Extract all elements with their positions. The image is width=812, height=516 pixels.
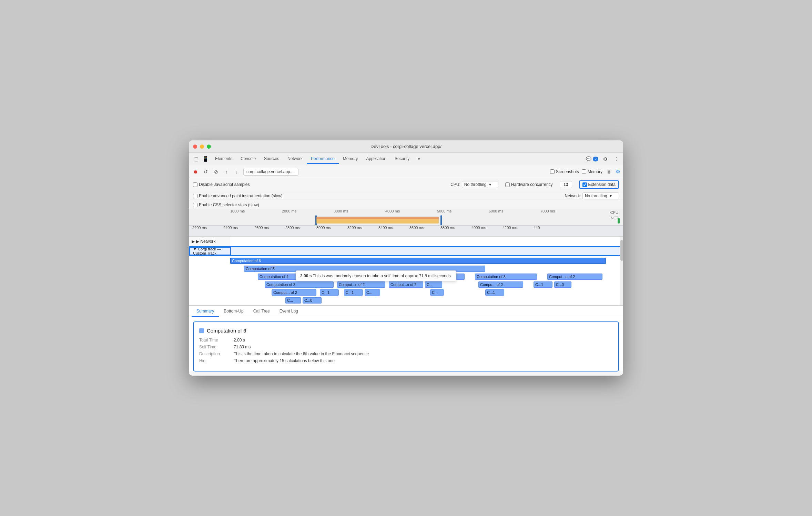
- comput-n-of-2-entry-b[interactable]: Comput...n of 2: [337, 281, 385, 288]
- bottom-tab-bottom-up[interactable]: Bottom-Up: [219, 306, 248, 317]
- cpu-label: CPU: [610, 210, 618, 215]
- bottom-tab-event-log[interactable]: Event Log: [275, 306, 303, 317]
- inspect-icon[interactable]: ⬚: [192, 155, 200, 163]
- hw-concurrency-input[interactable]: [560, 181, 572, 188]
- reload-button[interactable]: ↺: [202, 168, 210, 176]
- tab-security[interactable]: Security: [390, 154, 414, 164]
- summary-self-time-key: Self Time: [199, 345, 234, 349]
- tab-console[interactable]: Console: [236, 154, 260, 164]
- secondary-toolbar: ⏺ ↺ ⊘ ↑ ↓ corgi-collage.vercel.app... Sc…: [189, 165, 623, 178]
- bottom-panel: Summary Bottom-Up Call Tree Event Log Co…: [189, 305, 623, 371]
- tab-memory[interactable]: Memory: [339, 154, 362, 164]
- memory-checkbox[interactable]: [582, 169, 586, 174]
- c-entry-b[interactable]: C...: [365, 289, 380, 296]
- message-icon: 💬: [586, 156, 591, 161]
- network-track-label[interactable]: ▶ ▶ Network: [189, 237, 230, 246]
- clear-button[interactable]: ⊘: [212, 168, 220, 176]
- comput-of-2-entry-d[interactable]: Comput... of 2: [272, 289, 316, 296]
- c1-entry-c[interactable]: C...1: [344, 289, 363, 296]
- summary-entry-title: Computation of 6: [207, 328, 246, 334]
- compu-of-2-entry[interactable]: Compu... of 2: [478, 281, 523, 288]
- tab-sources[interactable]: Sources: [260, 154, 283, 164]
- cpu-throttle-select[interactable]: No throttling ▾: [462, 181, 498, 188]
- computation-of-6-entry[interactable]: Computation of 6: [230, 258, 606, 264]
- corgi-track-label[interactable]: ▼ Corgi track — Custom Track: [190, 247, 231, 255]
- flame-row-4: Computation of 3 Comput...n of 2 Comput.…: [189, 281, 623, 288]
- comput-n-of-2-entry-c[interactable]: Comput...n of 2: [389, 281, 423, 288]
- timeline-ruler-top[interactable]: 1000 ms 2000 ms 3000 ms 4000 ms 5000 ms …: [189, 209, 623, 226]
- summary-total-time-row: Total Time 2.00 s: [199, 338, 613, 343]
- enable-css-checkbox[interactable]: [193, 203, 197, 207]
- rl-3400: 3400 ms: [378, 226, 393, 230]
- tab-network[interactable]: Network: [283, 154, 307, 164]
- minimize-button[interactable]: [200, 145, 204, 149]
- tab-elements[interactable]: Elements: [211, 154, 236, 164]
- message-badge: 2: [593, 157, 598, 161]
- message-button[interactable]: 💬 2: [586, 156, 598, 161]
- tab-application[interactable]: Application: [362, 154, 390, 164]
- ruler-2000: 2000 ms: [282, 209, 296, 213]
- memory-checkbox-label[interactable]: Memory: [582, 169, 602, 174]
- comput-n-of-2-entry[interactable]: Comput...n of 2: [547, 274, 602, 280]
- tab-performance[interactable]: Performance: [307, 154, 339, 164]
- scrollbar-thumb[interactable]: [620, 240, 623, 261]
- cpu-network-icon[interactable]: 🖥: [605, 168, 613, 176]
- enable-paint-label[interactable]: Enable advanced paint instrumentation (s…: [193, 194, 283, 198]
- device-icon[interactable]: 📱: [201, 155, 210, 163]
- enable-paint-checkbox[interactable]: [193, 194, 197, 198]
- timeline-green-bar: [618, 218, 620, 224]
- tooltip-text: This is was randomly chosen to take a se…: [313, 274, 452, 278]
- more-icon[interactable]: ⋮: [612, 155, 620, 163]
- network-throttle-select[interactable]: No throttling ▾: [582, 192, 619, 199]
- track-scrollbar[interactable]: [620, 237, 623, 305]
- screenshots-checkbox-label[interactable]: Screenshots: [550, 169, 579, 174]
- c-entry-a[interactable]: C...: [425, 281, 442, 288]
- c-entry-d[interactable]: C...: [285, 297, 301, 304]
- rl-4200: 4200 ms: [503, 226, 517, 230]
- ruler-6000: 6000 ms: [489, 209, 503, 213]
- cpu-select-group: CPU: No throttling ▾: [450, 181, 498, 188]
- c1-entry-d[interactable]: C...1: [485, 289, 504, 296]
- flame-tooltip: 2.00 s This is was randomly chosen to ta…: [296, 270, 456, 281]
- titlebar: DevTools - corgi-collage.vercel.app/: [189, 140, 623, 153]
- rl-2400: 2400 ms: [223, 226, 238, 230]
- rl-2200: 2200 ms: [192, 226, 207, 230]
- c1-entry-b[interactable]: C...1: [320, 289, 339, 296]
- summary-total-time-key: Total Time: [199, 338, 234, 343]
- disable-js-checkbox-label[interactable]: Disable JavaScript samples: [193, 182, 250, 187]
- selection-handle-right[interactable]: [440, 215, 442, 226]
- computation-of-3-entry-b[interactable]: Computation of 3: [475, 274, 537, 280]
- rl-440: 440: [534, 226, 540, 230]
- summary-total-time-val: 2.00 s: [234, 338, 245, 343]
- screenshots-checkbox[interactable]: [550, 169, 555, 174]
- computation-of-3-entry-c[interactable]: Computation of 3: [265, 281, 334, 288]
- network-track-content[interactable]: [230, 237, 623, 246]
- hw-concurrency-label[interactable]: Hardware concurrency: [505, 182, 553, 187]
- download-button[interactable]: ↓: [233, 168, 241, 176]
- record-button[interactable]: ⏺: [192, 168, 199, 176]
- bottom-tab-call-tree[interactable]: Call Tree: [248, 306, 275, 317]
- settings-row-3: Enable CSS selector stats (slow): [189, 201, 623, 209]
- c1-entry-a[interactable]: C...1: [534, 281, 552, 288]
- extension-data-checkbox[interactable]: [582, 182, 587, 187]
- corgi-track-header-content[interactable]: [231, 246, 622, 256]
- main-tabs: Elements Console Sources Network Perform…: [211, 154, 585, 164]
- bottom-tab-summary[interactable]: Summary: [192, 306, 219, 317]
- settings-icon[interactable]: ⚙: [601, 155, 609, 163]
- hw-concurrency-checkbox[interactable]: [505, 182, 510, 187]
- c0-entry-b[interactable]: C...0: [303, 297, 322, 304]
- summary-description-key: Description: [199, 351, 234, 356]
- maximize-button[interactable]: [207, 145, 211, 149]
- c0-entry-a[interactable]: C...0: [554, 281, 571, 288]
- rl-3800: 3800 ms: [440, 226, 455, 230]
- disable-js-checkbox[interactable]: [193, 182, 197, 187]
- c-entry-c[interactable]: C...: [430, 289, 444, 296]
- enable-css-label[interactable]: Enable CSS selector stats (slow): [193, 202, 259, 207]
- toolbar-right: 💬 2 ⚙ ⋮: [586, 155, 620, 163]
- summary-description-row: Description This is the time taken to ca…: [199, 351, 613, 356]
- settings-gear-icon[interactable]: ⚙: [616, 168, 620, 175]
- upload-button[interactable]: ↑: [223, 168, 230, 176]
- close-button[interactable]: [193, 145, 197, 149]
- rl-3200: 3200 ms: [347, 226, 362, 230]
- tab-more[interactable]: »: [414, 154, 424, 164]
